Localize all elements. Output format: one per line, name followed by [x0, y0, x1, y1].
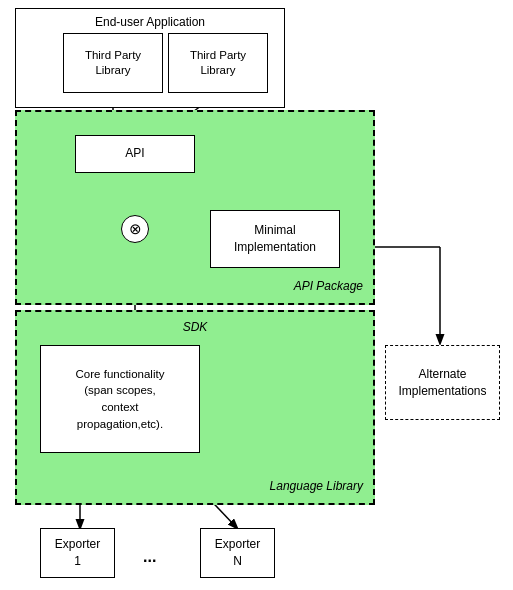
api-package-label: API Package [294, 279, 363, 295]
end-user-application-label: End-user Application [95, 15, 205, 31]
api-box: API [75, 135, 195, 173]
alternate-impl-box: Alternate Implementations [385, 345, 500, 420]
diagram-container: End-user Application Third Party Library… [0, 0, 513, 590]
minimal-impl-label: Minimal Implementation [234, 222, 316, 256]
exporter-1-box: Exporter 1 [40, 528, 115, 578]
exporter-n-box: Exporter N [200, 528, 275, 578]
sdk-label: SDK [183, 320, 208, 336]
api-label: API [125, 146, 144, 162]
core-functionality-label: Core functionality (span scopes, context… [76, 366, 165, 433]
third-party-lib-2-label: Third Party Library [173, 48, 263, 78]
api-package-region: API Package [15, 110, 375, 305]
dots-label: ... [143, 548, 156, 566]
third-party-lib-1-label: Third Party Library [68, 48, 158, 78]
xor-circle: ⊗ [121, 215, 149, 243]
third-party-lib-2-box: Third Party Library [168, 33, 268, 93]
minimal-impl-box: Minimal Implementation [210, 210, 340, 268]
core-functionality-box: Core functionality (span scopes, context… [40, 345, 200, 453]
third-party-lib-1-box: Third Party Library [63, 33, 163, 93]
exporter-1-label: Exporter 1 [55, 536, 100, 570]
xor-symbol: ⊗ [129, 220, 142, 238]
alternate-impl-label: Alternate Implementations [398, 366, 486, 400]
exporter-n-label: Exporter N [215, 536, 260, 570]
language-library-label: Language Library [270, 479, 363, 495]
